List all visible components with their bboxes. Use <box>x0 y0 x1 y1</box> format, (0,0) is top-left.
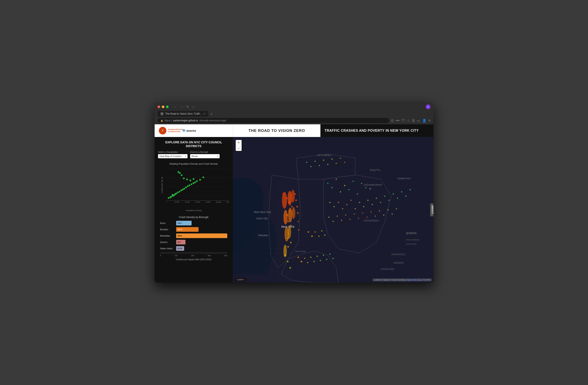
close-button[interactable] <box>158 105 160 108</box>
active-tab[interactable]: T The Road to Vision Zero: Traffi... ✕ <box>158 111 208 117</box>
svg-point-110 <box>291 190 295 203</box>
menu-icon[interactable]: ≡ <box>429 119 430 122</box>
borough-select[interactable]: Reset Bronx Brooklyn Manhattan Queens St… <box>190 154 220 158</box>
back-button[interactable]: ← <box>173 105 178 109</box>
svg-point-123 <box>334 206 335 207</box>
svg-point-162 <box>307 262 308 263</box>
svg-point-33 <box>192 182 194 184</box>
sidebar-icon[interactable]: ▭ <box>417 119 420 123</box>
svg-point-166 <box>320 260 321 261</box>
bar-chart-container: Bronx 148.7 Brooklyn <box>158 221 229 261</box>
queens-bar-row: Queens 92.1 <box>160 240 227 244</box>
profile-icon[interactable]: ∞ <box>426 104 430 109</box>
svg-point-128 <box>355 208 356 209</box>
svg-point-38 <box>181 174 183 176</box>
library-icon[interactable]: ||| <box>412 119 415 122</box>
svg-point-175 <box>323 160 324 161</box>
svg-point-151 <box>366 217 368 218</box>
svg-point-30 <box>187 185 189 187</box>
svg-point-41 <box>189 180 191 181</box>
address-bar-row: 🔒 https:// parkerziegler.github.io /tran… <box>155 117 433 124</box>
svg-point-164 <box>314 261 315 262</box>
svg-point-125 <box>342 208 343 209</box>
svg-point-25 <box>179 191 180 193</box>
svg-point-143 <box>333 221 334 222</box>
svg-point-188 <box>286 197 288 199</box>
new-tab-button[interactable]: + <box>209 111 214 117</box>
svg-text:Saddle Rock: Saddle Rock <box>398 177 411 180</box>
bar-x-title: Crashes per Square Mile (2013-2015) <box>160 258 227 261</box>
address-bar[interactable]: 🔒 https:// parkerziegler.github.io /tran… <box>158 118 389 123</box>
svg-point-133 <box>376 198 377 199</box>
azavea-icon: ❋ <box>182 128 186 133</box>
svg-point-205 <box>298 221 299 222</box>
svg-point-189 <box>288 201 290 203</box>
svg-point-148 <box>354 213 355 215</box>
svg-point-170 <box>333 258 334 259</box>
svg-point-29 <box>185 187 187 188</box>
queens-label: Queens <box>160 241 175 243</box>
maximize-button[interactable] <box>166 105 168 108</box>
svg-text:Fresh Meadows: Fresh Meadows <box>406 239 420 241</box>
svg-point-173 <box>315 161 316 162</box>
brooklyn-label: Brooklyn <box>160 228 175 231</box>
svg-point-127 <box>350 200 352 201</box>
svg-point-150 <box>362 212 363 214</box>
svg-point-16 <box>168 197 169 199</box>
azavea-text: azavea <box>186 129 196 132</box>
svg-point-165 <box>316 256 318 257</box>
tab-close-button[interactable]: ✕ <box>203 113 205 115</box>
forward-button[interactable]: → <box>179 105 184 109</box>
svg-text:Corona Park: Corona Park <box>406 243 417 245</box>
star-icon[interactable]: ☆ <box>407 119 410 123</box>
svg-point-35 <box>196 180 198 182</box>
svg-point-190 <box>291 206 293 207</box>
shield-icon[interactable]: 🛡 <box>401 119 405 122</box>
x-tick-100: 100 <box>174 255 178 257</box>
svg-point-43 <box>199 179 201 181</box>
svg-point-179 <box>340 158 341 159</box>
zoom-out-button[interactable]: − <box>236 145 242 151</box>
refresh-button[interactable]: ↻ <box>186 105 190 109</box>
svg-point-159 <box>297 256 299 258</box>
svg-text:SPRINGFIELD: SPRINGFIELD <box>391 253 405 256</box>
svg-point-171 <box>306 162 307 163</box>
svg-point-180 <box>344 162 345 163</box>
statenisland-label: Staten Island <box>160 247 175 250</box>
viz-select[interactable]: Heat Map of Crashes Crash Density Povert… <box>158 154 188 158</box>
improve-map-link[interactable]: Improve this map <box>406 279 421 281</box>
map-attribution: Leaflet | © Mapbox © OpenStreetMap Impro… <box>373 278 432 281</box>
svg-point-149 <box>358 218 359 219</box>
svg-point-124 <box>338 202 339 203</box>
more-icon[interactable]: ••• <box>396 119 399 122</box>
svg-point-186 <box>324 235 325 236</box>
minimize-button[interactable] <box>162 105 164 108</box>
svg-text:OZONE PARK: OZONE PARK <box>381 268 394 270</box>
home-button[interactable]: ⌂ <box>191 105 195 109</box>
svg-point-146 <box>345 214 346 216</box>
browser-window: ← → ↻ ⌂ ∞ T The Road to Vision Zero: Tra… <box>155 102 433 283</box>
svg-point-139 <box>401 191 402 193</box>
zoom-in-button[interactable]: + <box>236 140 242 145</box>
reader-icon[interactable]: ⊡ <box>391 119 394 123</box>
x-tick-0: 0 <box>160 255 161 257</box>
svg-point-22 <box>172 194 173 196</box>
svg-point-111 <box>292 207 295 219</box>
about-tab[interactable]: ABOUT <box>430 203 433 216</box>
svg-point-135 <box>384 195 385 197</box>
nav-buttons: ← → ↻ ⌂ <box>173 105 195 109</box>
svg-point-167 <box>323 255 324 256</box>
svg-text:Hoboken: Hoboken <box>258 234 268 237</box>
svg-text:QUEENS: QUEENS <box>406 232 417 235</box>
svg-point-147 <box>349 219 351 220</box>
svg-point-153 <box>375 216 376 217</box>
bronx-bar-row: Bronx 148.7 <box>160 221 227 225</box>
svg-point-204 <box>297 212 299 214</box>
svg-point-118 <box>353 181 354 182</box>
svg-text:✈: ✈ <box>369 187 372 190</box>
profile-icon2[interactable]: 👤 <box>422 119 426 123</box>
svg-point-157 <box>392 213 393 215</box>
svg-text:60,000: 60,000 <box>195 201 200 203</box>
scatter-title: Relating Population Density and Crash De… <box>158 162 229 165</box>
bronx-track: 148.7 <box>176 221 227 225</box>
